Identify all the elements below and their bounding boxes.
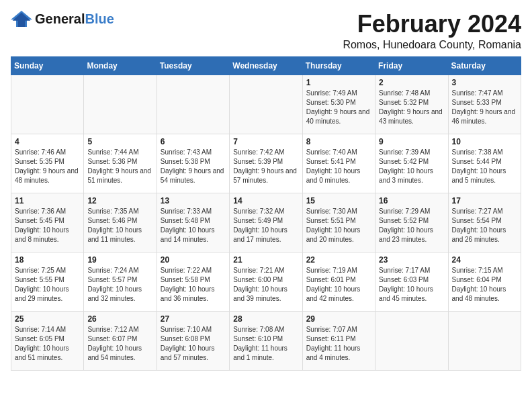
calendar-cell: 27Sunrise: 7:10 AM Sunset: 6:08 PM Dayli… <box>157 311 229 370</box>
day-number: 26 <box>87 314 152 324</box>
day-number: 8 <box>306 137 371 146</box>
calendar-cell: 6Sunrise: 7:43 AM Sunset: 5:38 PM Daylig… <box>157 134 229 193</box>
day-number: 27 <box>161 314 226 324</box>
weekday-header-tuesday: Tuesday <box>157 56 229 75</box>
day-info: Sunrise: 7:30 AM Sunset: 5:51 PM Dayligh… <box>306 207 371 244</box>
calendar-cell <box>230 75 302 134</box>
day-number: 11 <box>15 196 80 205</box>
day-info: Sunrise: 7:35 AM Sunset: 5:46 PM Dayligh… <box>87 207 152 244</box>
day-number: 22 <box>306 255 371 265</box>
calendar-cell: 9Sunrise: 7:39 AM Sunset: 5:42 PM Daylig… <box>375 134 448 193</box>
day-info: Sunrise: 7:15 AM Sunset: 6:04 PM Dayligh… <box>452 266 517 304</box>
calendar-cell: 11Sunrise: 7:36 AM Sunset: 5:45 PM Dayli… <box>11 193 84 252</box>
calendar-cell: 14Sunrise: 7:32 AM Sunset: 5:49 PM Dayli… <box>230 193 302 252</box>
calendar-cell: 24Sunrise: 7:15 AM Sunset: 6:04 PM Dayli… <box>448 252 521 311</box>
calendar-cell: 19Sunrise: 7:24 AM Sunset: 5:57 PM Dayli… <box>84 252 157 311</box>
day-number: 6 <box>161 137 226 146</box>
weekday-header-thursday: Thursday <box>302 56 375 75</box>
day-info: Sunrise: 7:19 AM Sunset: 6:01 PM Dayligh… <box>306 266 371 304</box>
day-number: 15 <box>306 196 371 205</box>
calendar-cell: 28Sunrise: 7:08 AM Sunset: 6:10 PM Dayli… <box>230 311 302 370</box>
calendar-cell: 1Sunrise: 7:49 AM Sunset: 5:30 PM Daylig… <box>302 75 375 134</box>
day-number: 29 <box>306 314 371 324</box>
calendar-cell: 21Sunrise: 7:21 AM Sunset: 6:00 PM Dayli… <box>230 252 302 311</box>
day-number: 16 <box>379 196 444 205</box>
day-info: Sunrise: 7:17 AM Sunset: 6:03 PM Dayligh… <box>379 266 444 304</box>
header: GeneralBlue February 2024 Romos, Hunedoa… <box>11 11 521 51</box>
day-info: Sunrise: 7:27 AM Sunset: 5:54 PM Dayligh… <box>452 207 517 244</box>
calendar-cell <box>375 311 448 370</box>
calendar-cell: 25Sunrise: 7:14 AM Sunset: 6:05 PM Dayli… <box>11 311 84 370</box>
weekday-header-wednesday: Wednesday <box>230 56 302 75</box>
calendar-cell: 26Sunrise: 7:12 AM Sunset: 6:07 PM Dayli… <box>84 311 157 370</box>
day-number: 17 <box>452 196 517 205</box>
calendar-cell: 29Sunrise: 7:07 AM Sunset: 6:11 PM Dayli… <box>302 311 375 370</box>
calendar-cell <box>448 311 521 370</box>
day-info: Sunrise: 7:22 AM Sunset: 5:58 PM Dayligh… <box>161 266 226 304</box>
calendar-week-row: 1Sunrise: 7:49 AM Sunset: 5:30 PM Daylig… <box>11 75 521 134</box>
day-info: Sunrise: 7:39 AM Sunset: 5:42 PM Dayligh… <box>379 148 444 185</box>
day-info: Sunrise: 7:42 AM Sunset: 5:39 PM Dayligh… <box>233 148 298 185</box>
day-number: 7 <box>233 137 298 146</box>
day-number: 18 <box>15 255 80 265</box>
calendar-cell: 16Sunrise: 7:29 AM Sunset: 5:52 PM Dayli… <box>375 193 448 252</box>
day-info: Sunrise: 7:36 AM Sunset: 5:45 PM Dayligh… <box>15 207 80 244</box>
day-info: Sunrise: 7:07 AM Sunset: 6:11 PM Dayligh… <box>306 325 371 363</box>
calendar-cell: 13Sunrise: 7:33 AM Sunset: 5:48 PM Dayli… <box>157 193 229 252</box>
calendar-cell: 20Sunrise: 7:22 AM Sunset: 5:58 PM Dayli… <box>157 252 229 311</box>
calendar-subtitle: Romos, Hunedoara County, Romania <box>343 39 521 51</box>
calendar-week-row: 11Sunrise: 7:36 AM Sunset: 5:45 PM Dayli… <box>11 193 521 252</box>
title-area: February 2024 Romos, Hunedoara County, R… <box>343 11 521 51</box>
day-info: Sunrise: 7:49 AM Sunset: 5:30 PM Dayligh… <box>306 89 371 126</box>
day-number: 13 <box>161 196 226 205</box>
day-number: 3 <box>452 78 517 87</box>
day-info: Sunrise: 7:21 AM Sunset: 6:00 PM Dayligh… <box>233 266 298 304</box>
day-info: Sunrise: 7:29 AM Sunset: 5:52 PM Dayligh… <box>379 207 444 244</box>
day-number: 25 <box>15 314 80 324</box>
calendar-cell: 17Sunrise: 7:27 AM Sunset: 5:54 PM Dayli… <box>448 193 521 252</box>
day-number: 1 <box>306 78 371 87</box>
day-number: 24 <box>452 255 517 265</box>
day-info: Sunrise: 7:12 AM Sunset: 6:07 PM Dayligh… <box>87 325 152 363</box>
day-number: 9 <box>379 137 444 146</box>
logo-text: GeneralBlue <box>35 11 114 26</box>
calendar-title: February 2024 <box>343 11 521 38</box>
day-number: 20 <box>161 255 226 265</box>
day-info: Sunrise: 7:10 AM Sunset: 6:08 PM Dayligh… <box>161 325 226 363</box>
day-info: Sunrise: 7:32 AM Sunset: 5:49 PM Dayligh… <box>233 207 298 244</box>
calendar-cell: 2Sunrise: 7:48 AM Sunset: 5:32 PM Daylig… <box>375 75 448 134</box>
day-number: 12 <box>87 196 152 205</box>
calendar-cell: 23Sunrise: 7:17 AM Sunset: 6:03 PM Dayli… <box>375 252 448 311</box>
day-number: 4 <box>15 137 80 146</box>
weekday-header-saturday: Saturday <box>448 56 521 75</box>
calendar-week-row: 25Sunrise: 7:14 AM Sunset: 6:05 PM Dayli… <box>11 311 521 370</box>
weekday-header-friday: Friday <box>375 56 448 75</box>
calendar-cell: 4Sunrise: 7:46 AM Sunset: 5:35 PM Daylig… <box>11 134 84 193</box>
calendar-cell: 5Sunrise: 7:44 AM Sunset: 5:36 PM Daylig… <box>84 134 157 193</box>
day-info: Sunrise: 7:44 AM Sunset: 5:36 PM Dayligh… <box>87 148 152 185</box>
logo-icon <box>11 11 32 27</box>
day-info: Sunrise: 7:47 AM Sunset: 5:33 PM Dayligh… <box>452 89 517 126</box>
day-number: 14 <box>233 196 298 205</box>
day-info: Sunrise: 7:25 AM Sunset: 5:55 PM Dayligh… <box>15 266 80 304</box>
day-info: Sunrise: 7:24 AM Sunset: 5:57 PM Dayligh… <box>87 266 152 304</box>
calendar-cell: 15Sunrise: 7:30 AM Sunset: 5:51 PM Dayli… <box>302 193 375 252</box>
calendar-week-row: 4Sunrise: 7:46 AM Sunset: 5:35 PM Daylig… <box>11 134 521 193</box>
weekday-header-row: SundayMondayTuesdayWednesdayThursdayFrid… <box>11 56 521 75</box>
calendar-cell <box>11 75 84 134</box>
day-info: Sunrise: 7:08 AM Sunset: 6:10 PM Dayligh… <box>233 325 298 363</box>
calendar-cell <box>157 75 229 134</box>
day-info: Sunrise: 7:48 AM Sunset: 5:32 PM Dayligh… <box>379 89 444 126</box>
calendar-cell: 22Sunrise: 7:19 AM Sunset: 6:01 PM Dayli… <box>302 252 375 311</box>
calendar-cell: 3Sunrise: 7:47 AM Sunset: 5:33 PM Daylig… <box>448 75 521 134</box>
weekday-header-monday: Monday <box>84 56 157 75</box>
day-info: Sunrise: 7:33 AM Sunset: 5:48 PM Dayligh… <box>161 207 226 244</box>
day-number: 19 <box>87 255 152 265</box>
day-info: Sunrise: 7:38 AM Sunset: 5:44 PM Dayligh… <box>452 148 517 185</box>
day-number: 10 <box>452 137 517 146</box>
calendar-cell <box>84 75 157 134</box>
calendar-table: SundayMondayTuesdayWednesdayThursdayFrid… <box>11 56 521 371</box>
logo: GeneralBlue <box>11 11 114 27</box>
day-info: Sunrise: 7:40 AM Sunset: 5:41 PM Dayligh… <box>306 148 371 185</box>
day-info: Sunrise: 7:43 AM Sunset: 5:38 PM Dayligh… <box>161 148 226 185</box>
